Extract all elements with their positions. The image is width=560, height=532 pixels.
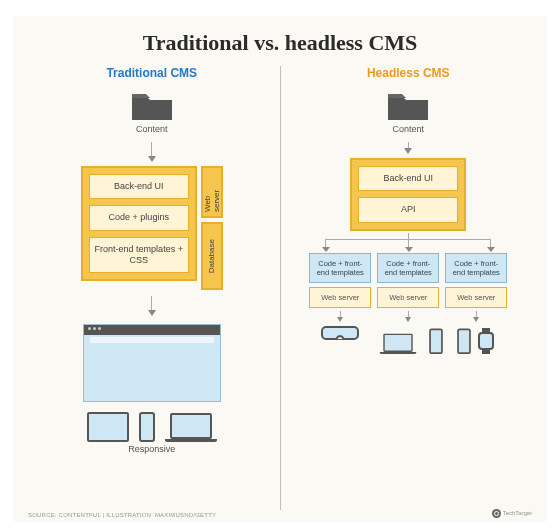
footer-attribution: SOURCE: CONTENTFUL | ILLUSTRATION: MAXIM… (28, 512, 216, 518)
folder-icon (130, 90, 174, 122)
responsive-devices (87, 412, 217, 442)
footer-brand: TechTarget (492, 509, 532, 518)
phone-icon (429, 328, 443, 354)
traditional-heading: Traditional CMS (106, 66, 197, 80)
layer-backend-ui: Back-end UI (358, 166, 458, 191)
laptop-icon (380, 333, 416, 353)
code-templates-box: Code + front-end templates (445, 253, 507, 283)
responsive-label: Responsive (128, 444, 175, 454)
headless-column: Headless CMS Content Back-end UI API Co (281, 66, 537, 510)
phone-icon (457, 328, 471, 354)
diagram-title: Traditional vs. headless CMS (24, 30, 536, 56)
web-server-box: Web server (445, 287, 507, 308)
side-web-server: Web server (201, 166, 223, 218)
techtarget-logo-icon (492, 509, 501, 518)
traditional-column: Traditional CMS Content Back-end UI Code… (24, 66, 280, 510)
arrow-down-icon (337, 311, 343, 322)
content-label: Content (136, 124, 168, 134)
smartwatch-icon (476, 328, 496, 354)
arrow-down-icon (148, 296, 156, 316)
arrow-down-icon (473, 311, 479, 322)
laptop-icon (165, 413, 217, 442)
traditional-layer-group: Back-end UI Code + plugins Front-end tem… (81, 166, 223, 290)
headless-heading: Headless CMS (367, 66, 450, 80)
code-templates-box: Code + front-end templates (309, 253, 371, 283)
layer-backend-ui: Back-end UI (89, 174, 189, 199)
web-server-box: Web server (377, 287, 439, 308)
layer-api: API (358, 197, 458, 222)
phone-icon (139, 412, 155, 442)
arrow-down-icon (148, 142, 156, 162)
folder-icon (386, 90, 430, 122)
browser-window-icon (83, 324, 221, 402)
svg-rect-3 (479, 333, 493, 349)
web-server-box: Web server (309, 287, 371, 308)
fan-out-arrows-icon (313, 233, 503, 251)
code-templates-box: Code + front-end templates (377, 253, 439, 283)
headless-layer-group: Back-end UI API (350, 158, 466, 231)
arrow-down-icon (404, 142, 412, 154)
layer-code-plugins: Code + plugins (89, 205, 189, 230)
layer-frontend-templates: Front-end templates + CSS (89, 237, 189, 274)
consumer-row: Code + front-end templates Web server Co… (309, 253, 507, 354)
tablet-icon (87, 412, 129, 442)
consumer-2: Code + front-end templates Web server (377, 253, 439, 354)
content-label: Content (392, 124, 424, 134)
arrow-down-icon (405, 311, 411, 322)
side-database: Database (201, 222, 223, 290)
consumer-1: Code + front-end templates Web server (309, 253, 371, 354)
vr-headset-icon (321, 324, 359, 342)
consumer-3: Code + front-end templates Web server (445, 253, 507, 354)
